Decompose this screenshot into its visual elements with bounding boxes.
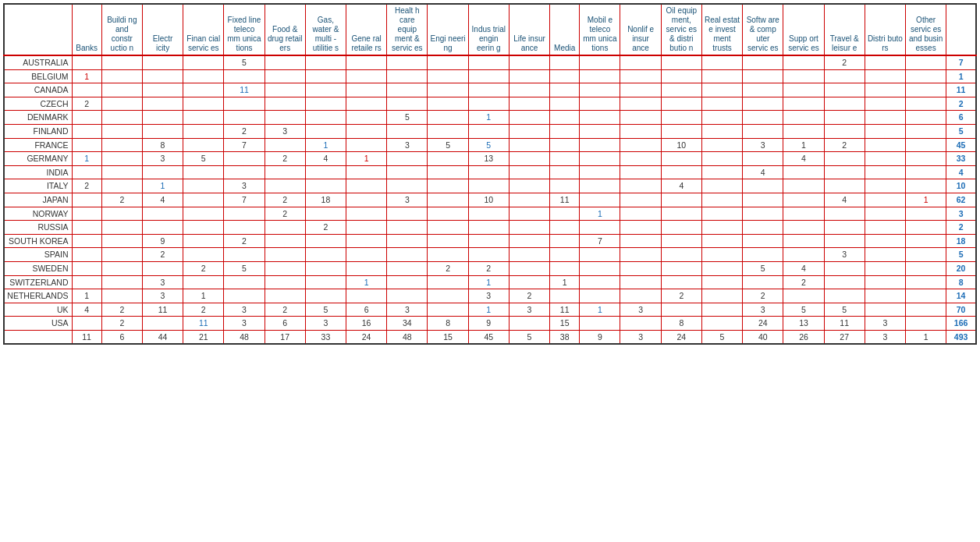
cell-value: 3 [387, 303, 428, 317]
cell-value [865, 179, 905, 193]
cell-value [265, 165, 305, 179]
cell-value [743, 221, 783, 235]
cell-value: 5 [224, 261, 265, 275]
cell-value [620, 152, 661, 166]
country-label: RUSSIA [4, 221, 72, 235]
cell-value: 1 [468, 111, 509, 125]
cell-value: 3 [743, 303, 783, 317]
header-total [946, 4, 976, 55]
cell-value [224, 207, 265, 221]
country-label: SWITZERLAND [4, 275, 72, 289]
cell-value [72, 317, 101, 331]
cell-value [183, 55, 224, 69]
cell-value: 3 [224, 303, 265, 317]
cell-value [783, 179, 824, 193]
cell-value [509, 124, 549, 138]
cell-value: 4 [142, 193, 183, 207]
header-industrial: Indus trial engin eerin g [468, 4, 509, 55]
cell-value [580, 152, 620, 166]
cell-value: 2 [946, 97, 976, 111]
header-media: Media [550, 4, 580, 55]
header-financial: Finan cial servic es [183, 4, 224, 55]
cell-value [346, 207, 387, 221]
cell-value [550, 111, 580, 125]
cell-value [620, 83, 661, 97]
cell-value [305, 69, 346, 83]
cell-value [468, 83, 509, 97]
cell-value: 11 [946, 83, 976, 97]
cell-value [224, 221, 265, 235]
header-banks: Banks [72, 4, 101, 55]
cell-value [101, 97, 142, 111]
cell-value [824, 221, 865, 235]
cell-value [428, 124, 468, 138]
country-label: GERMANY [4, 152, 72, 166]
cell-value [824, 289, 865, 303]
cell-value [428, 234, 468, 248]
cell-value [701, 111, 742, 125]
footer-cell: 33 [305, 330, 346, 344]
cell-value: 11 [224, 83, 265, 97]
cell-value [142, 124, 183, 138]
cell-value [824, 207, 865, 221]
cell-value: 2 [824, 138, 865, 152]
cell-value: 33 [946, 152, 976, 166]
header-other: Other servic es and busin esses [906, 4, 946, 55]
cell-value: 3 [142, 152, 183, 166]
cell-value [865, 152, 905, 166]
cell-value [387, 207, 428, 221]
header-general: Gene ral retaile rs [346, 4, 387, 55]
cell-value [305, 97, 346, 111]
cell-value [906, 317, 946, 331]
cell-value [142, 97, 183, 111]
country-label: AUSTRALIA [4, 55, 72, 69]
cell-value: 6 [946, 111, 976, 125]
footer-cell: 24 [346, 330, 387, 344]
cell-value [550, 221, 580, 235]
cell-value: 2 [72, 97, 101, 111]
cell-value [661, 234, 701, 248]
cell-value [72, 111, 101, 125]
cell-value [428, 221, 468, 235]
cell-value: 2 [946, 221, 976, 235]
cell-value [101, 207, 142, 221]
cell-value [305, 83, 346, 97]
cell-value [743, 55, 783, 69]
cell-value [550, 69, 580, 83]
cell-value [428, 179, 468, 193]
cell-value [865, 83, 905, 97]
footer-cell: 38 [550, 330, 580, 344]
cell-value [661, 97, 701, 111]
cell-value [865, 111, 905, 125]
cell-value [580, 83, 620, 97]
cell-value: 2 [101, 317, 142, 331]
cell-value: 1 [783, 138, 824, 152]
cell-value [620, 69, 661, 83]
cell-value [346, 55, 387, 69]
cell-value [387, 124, 428, 138]
cell-value [550, 207, 580, 221]
cell-value [265, 234, 305, 248]
country-label: UK [4, 303, 72, 317]
cell-value [468, 55, 509, 69]
cell-value [428, 152, 468, 166]
cell-value [346, 83, 387, 97]
cell-value: 10 [468, 193, 509, 207]
cell-value [142, 83, 183, 97]
cell-value [580, 317, 620, 331]
cell-value [701, 221, 742, 235]
cell-value [783, 193, 824, 207]
cell-value: 5 [428, 138, 468, 152]
cell-value [743, 152, 783, 166]
cell-value [620, 207, 661, 221]
cell-value [509, 193, 549, 207]
cell-value [142, 261, 183, 275]
table-row: CANADA1111 [4, 83, 976, 97]
footer-cell: 48 [224, 330, 265, 344]
cell-value: 13 [468, 152, 509, 166]
cell-value [346, 165, 387, 179]
cell-value [265, 97, 305, 111]
cell-value [305, 55, 346, 69]
cell-value [101, 275, 142, 289]
table-row: RUSSIA22 [4, 221, 976, 235]
